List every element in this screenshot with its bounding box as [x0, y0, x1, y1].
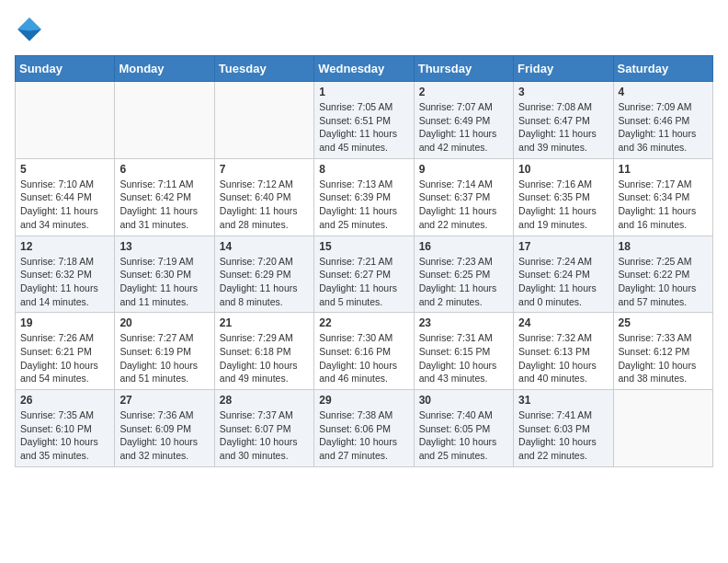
day-info: Sunrise: 7:41 AMSunset: 6:03 PMDaylight:… [518, 408, 608, 463]
calendar-cell: 8Sunrise: 7:13 AMSunset: 6:39 PMDaylight… [314, 158, 414, 236]
calendar-cell: 30Sunrise: 7:40 AMSunset: 6:05 PMDayligh… [414, 390, 513, 467]
calendar-cell [16, 82, 115, 159]
day-number: 31 [518, 394, 608, 407]
day-number: 29 [319, 394, 408, 407]
day-number: 4 [619, 86, 708, 98]
day-info: Sunrise: 7:38 AMSunset: 6:06 PMDaylight:… [319, 408, 408, 463]
day-number: 3 [518, 86, 608, 98]
calendar-cell: 24Sunrise: 7:32 AMSunset: 6:13 PMDayligh… [514, 313, 613, 390]
day-number: 6 [119, 163, 209, 176]
day-info: Sunrise: 7:09 AMSunset: 6:46 PMDaylight:… [619, 100, 708, 155]
day-number: 13 [119, 240, 209, 253]
calendar-cell: 25Sunrise: 7:33 AMSunset: 6:12 PMDayligh… [613, 313, 712, 390]
calendar-cell [613, 390, 712, 467]
day-number: 14 [220, 240, 309, 253]
day-info: Sunrise: 7:08 AMSunset: 6:47 PMDaylight:… [518, 100, 608, 155]
day-number: 9 [419, 163, 508, 176]
day-info: Sunrise: 7:07 AMSunset: 6:49 PMDaylight:… [419, 100, 508, 155]
day-info: Sunrise: 7:25 AMSunset: 6:22 PMDaylight:… [619, 255, 708, 309]
day-number: 23 [419, 316, 508, 329]
logo-icon [15, 15, 44, 44]
day-number: 17 [518, 240, 608, 253]
calendar-cell: 12Sunrise: 7:18 AMSunset: 6:32 PMDayligh… [16, 236, 115, 313]
calendar-cell: 6Sunrise: 7:11 AMSunset: 6:42 PMDaylight… [115, 158, 214, 236]
day-number: 22 [319, 316, 408, 329]
day-number: 8 [319, 163, 408, 176]
calendar-week-row: 19Sunrise: 7:26 AMSunset: 6:21 PMDayligh… [16, 313, 713, 390]
calendar-cell: 21Sunrise: 7:29 AMSunset: 6:18 PMDayligh… [214, 313, 313, 390]
day-info: Sunrise: 7:31 AMSunset: 6:15 PMDaylight:… [419, 331, 508, 385]
day-number: 1 [319, 86, 408, 98]
day-info: Sunrise: 7:36 AMSunset: 6:09 PMDaylight:… [119, 408, 209, 463]
calendar-cell: 7Sunrise: 7:12 AMSunset: 6:40 PMDaylight… [214, 158, 313, 236]
calendar-cell: 26Sunrise: 7:35 AMSunset: 6:10 PMDayligh… [16, 390, 115, 467]
day-number: 10 [518, 163, 608, 176]
calendar-cell: 31Sunrise: 7:41 AMSunset: 6:03 PMDayligh… [514, 390, 613, 467]
calendar-cell: 4Sunrise: 7:09 AMSunset: 6:46 PMDaylight… [613, 82, 712, 159]
day-info: Sunrise: 7:32 AMSunset: 6:13 PMDaylight:… [518, 331, 608, 385]
day-info: Sunrise: 7:13 AMSunset: 6:39 PMDaylight:… [319, 178, 408, 232]
day-info: Sunrise: 7:18 AMSunset: 6:32 PMDaylight:… [20, 255, 109, 309]
calendar-cell: 13Sunrise: 7:19 AMSunset: 6:30 PMDayligh… [115, 236, 214, 313]
day-info: Sunrise: 7:17 AMSunset: 6:34 PMDaylight:… [619, 178, 708, 232]
day-number: 25 [619, 316, 708, 329]
day-number: 28 [220, 394, 309, 407]
page-header [15, 15, 713, 44]
calendar-week-row: 12Sunrise: 7:18 AMSunset: 6:32 PMDayligh… [16, 236, 713, 313]
day-number: 7 [220, 163, 309, 176]
weekday-header-friday: Friday [514, 56, 613, 82]
day-number: 18 [619, 240, 708, 253]
day-info: Sunrise: 7:11 AMSunset: 6:42 PMDaylight:… [119, 178, 209, 232]
day-number: 11 [619, 163, 708, 176]
day-info: Sunrise: 7:40 AMSunset: 6:05 PMDaylight:… [419, 408, 508, 463]
calendar-cell: 11Sunrise: 7:17 AMSunset: 6:34 PMDayligh… [613, 158, 712, 236]
calendar-cell [214, 82, 313, 159]
day-number: 26 [20, 394, 109, 407]
calendar-cell: 9Sunrise: 7:14 AMSunset: 6:37 PMDaylight… [414, 158, 513, 236]
day-number: 5 [20, 163, 109, 176]
calendar-cell: 18Sunrise: 7:25 AMSunset: 6:22 PMDayligh… [613, 236, 712, 313]
calendar-cell: 16Sunrise: 7:23 AMSunset: 6:25 PMDayligh… [414, 236, 513, 313]
day-number: 19 [20, 316, 109, 329]
calendar-table: SundayMondayTuesdayWednesdayThursdayFrid… [15, 55, 713, 467]
day-info: Sunrise: 7:19 AMSunset: 6:30 PMDaylight:… [119, 255, 209, 309]
day-info: Sunrise: 7:12 AMSunset: 6:40 PMDaylight:… [220, 178, 309, 232]
calendar-cell: 1Sunrise: 7:05 AMSunset: 6:51 PMDaylight… [314, 82, 414, 159]
calendar-cell [115, 82, 214, 159]
day-number: 16 [419, 240, 508, 253]
calendar-week-row: 26Sunrise: 7:35 AMSunset: 6:10 PMDayligh… [16, 390, 713, 467]
calendar-week-row: 1Sunrise: 7:05 AMSunset: 6:51 PMDaylight… [16, 82, 713, 159]
day-number: 21 [220, 316, 309, 329]
calendar-cell: 5Sunrise: 7:10 AMSunset: 6:44 PMDaylight… [16, 158, 115, 236]
calendar-cell: 19Sunrise: 7:26 AMSunset: 6:21 PMDayligh… [16, 313, 115, 390]
calendar-cell: 27Sunrise: 7:36 AMSunset: 6:09 PMDayligh… [115, 390, 214, 467]
weekday-header-monday: Monday [115, 56, 214, 82]
weekday-header-wednesday: Wednesday [314, 56, 414, 82]
svg-marker-1 [17, 17, 41, 30]
weekday-header-saturday: Saturday [613, 56, 712, 82]
day-info: Sunrise: 7:37 AMSunset: 6:07 PMDaylight:… [220, 408, 309, 463]
calendar-cell: 3Sunrise: 7:08 AMSunset: 6:47 PMDaylight… [514, 82, 613, 159]
day-number: 2 [419, 86, 508, 98]
calendar-cell: 28Sunrise: 7:37 AMSunset: 6:07 PMDayligh… [214, 390, 313, 467]
day-info: Sunrise: 7:14 AMSunset: 6:37 PMDaylight:… [419, 178, 508, 232]
day-number: 20 [119, 316, 209, 329]
day-number: 24 [518, 316, 608, 329]
calendar-header-row: SundayMondayTuesdayWednesdayThursdayFrid… [16, 56, 713, 82]
calendar-cell: 20Sunrise: 7:27 AMSunset: 6:19 PMDayligh… [115, 313, 214, 390]
day-info: Sunrise: 7:27 AMSunset: 6:19 PMDaylight:… [119, 331, 209, 385]
day-number: 15 [319, 240, 408, 253]
day-info: Sunrise: 7:33 AMSunset: 6:12 PMDaylight:… [619, 331, 708, 385]
logo [15, 15, 50, 44]
day-info: Sunrise: 7:29 AMSunset: 6:18 PMDaylight:… [220, 331, 309, 385]
weekday-header-thursday: Thursday [414, 56, 513, 82]
day-info: Sunrise: 7:35 AMSunset: 6:10 PMDaylight:… [20, 408, 109, 463]
day-number: 12 [20, 240, 109, 253]
day-info: Sunrise: 7:30 AMSunset: 6:16 PMDaylight:… [319, 331, 408, 385]
day-info: Sunrise: 7:26 AMSunset: 6:21 PMDaylight:… [20, 331, 109, 385]
calendar-cell: 29Sunrise: 7:38 AMSunset: 6:06 PMDayligh… [314, 390, 414, 467]
calendar-cell: 2Sunrise: 7:07 AMSunset: 6:49 PMDaylight… [414, 82, 513, 159]
day-info: Sunrise: 7:24 AMSunset: 6:24 PMDaylight:… [518, 255, 608, 309]
day-info: Sunrise: 7:20 AMSunset: 6:29 PMDaylight:… [220, 255, 309, 309]
calendar-cell: 22Sunrise: 7:30 AMSunset: 6:16 PMDayligh… [314, 313, 414, 390]
